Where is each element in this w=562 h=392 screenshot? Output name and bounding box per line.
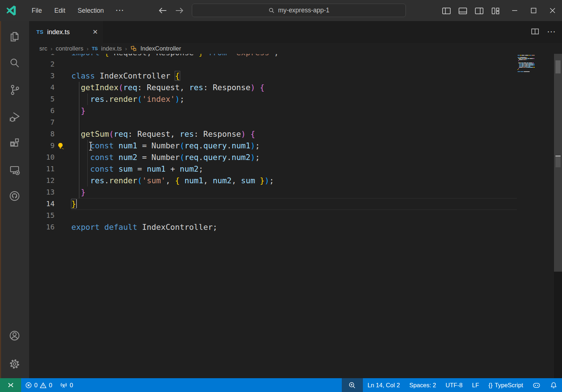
activity-github[interactable]	[0, 183, 29, 209]
activity-source-control[interactable]	[0, 76, 29, 103]
line-content[interactable]: export default IndexController;	[71, 221, 562, 233]
zoom-indicator[interactable]	[342, 378, 363, 392]
encoding[interactable]: UTF-8	[441, 378, 467, 392]
customize-layout-icon[interactable]	[490, 5, 501, 16]
line-number[interactable]: 1	[29, 54, 55, 59]
copilot-status[interactable]	[528, 378, 545, 392]
breadcrumb-src[interactable]: src	[39, 45, 47, 52]
cursor-position[interactable]: Ln 14, Col 2	[363, 378, 405, 392]
line-content[interactable]: res.render('sum', { num1, num2, sum });	[71, 175, 562, 187]
line-content[interactable]: import { Request, Response } from 'expre…	[71, 54, 562, 59]
line-content[interactable]: class IndexController {	[71, 70, 562, 82]
line-number[interactable]: 6	[29, 105, 55, 117]
line-content[interactable]: }	[71, 187, 562, 198]
glyph-margin[interactable]	[55, 105, 71, 117]
language-mode[interactable]: {} TypeScript	[484, 378, 528, 392]
ports-status[interactable]: 0	[56, 378, 77, 392]
line-number[interactable]: 16	[29, 221, 55, 233]
code-line-3[interactable]: 3class IndexController {	[29, 70, 562, 82]
line-number[interactable]: 12	[29, 175, 55, 187]
activity-extensions[interactable]	[0, 129, 29, 156]
menu-file[interactable]: File	[25, 0, 48, 21]
line-content[interactable]: const num2 = Number(req.query.num2);	[71, 152, 562, 163]
glyph-margin[interactable]	[55, 210, 71, 221]
tab-close-icon[interactable]: ✕	[92, 28, 98, 36]
glyph-margin[interactable]	[55, 152, 71, 163]
line-content[interactable]	[71, 210, 562, 221]
code-line-8[interactable]: 8 getSum(req: Request, res: Response) {	[29, 128, 562, 140]
line-number[interactable]: 15	[29, 210, 55, 221]
line-number[interactable]: 14	[29, 198, 55, 210]
glyph-margin[interactable]	[55, 59, 71, 70]
menu-overflow[interactable]: ···	[110, 0, 130, 21]
glyph-margin[interactable]	[55, 187, 71, 198]
code-line-10[interactable]: 10 const num2 = Number(req.query.num2);	[29, 152, 562, 163]
line-content[interactable]: }	[71, 105, 562, 117]
glyph-margin[interactable]	[55, 82, 71, 93]
line-content[interactable]	[71, 59, 562, 70]
glyph-margin[interactable]	[55, 54, 71, 59]
menu-selection[interactable]: Selection	[71, 0, 110, 21]
tab-index-ts[interactable]: TS index.ts ✕	[29, 21, 103, 43]
code-line-5[interactable]: 5 res.render('index');	[29, 93, 562, 105]
line-content[interactable]: const num1 = Number(req.query.num1);	[71, 140, 562, 152]
code-line-11[interactable]: 11 const sum = num1 + num2;	[29, 163, 562, 175]
glyph-margin[interactable]	[55, 70, 71, 82]
code-line-2[interactable]: 2	[29, 59, 562, 70]
code-line-4[interactable]: 4 getIndex(req: Request, res: Response) …	[29, 82, 562, 93]
remote-indicator[interactable]	[0, 378, 21, 392]
line-content[interactable]: const sum = num1 + num2;	[71, 163, 562, 175]
activity-settings-gear[interactable]	[0, 350, 29, 378]
glyph-margin[interactable]	[55, 198, 71, 210]
toggle-panel-icon[interactable]	[457, 5, 468, 16]
code-line-15[interactable]: 15	[29, 210, 562, 221]
line-content[interactable]: getSum(req: Request, res: Response) {	[71, 128, 562, 140]
line-number[interactable]: 2	[29, 59, 55, 70]
command-center-search[interactable]: my-express-app-1	[192, 4, 406, 17]
code-line-14[interactable]: 14}	[29, 198, 562, 210]
activity-run-debug[interactable]	[0, 103, 29, 129]
glyph-margin[interactable]	[55, 221, 71, 233]
more-actions-icon[interactable]: ···	[547, 28, 556, 36]
activity-files-explorer[interactable]	[0, 23, 29, 50]
code-line-1[interactable]: 1import { Request, Response } from 'expr…	[29, 54, 562, 59]
line-number[interactable]: 5	[29, 93, 55, 105]
notifications[interactable]	[545, 378, 562, 392]
line-number[interactable]: 11	[29, 163, 55, 175]
maximize-button[interactable]	[524, 0, 543, 21]
line-content[interactable]	[71, 117, 562, 128]
breadcrumb-file[interactable]: index.ts	[101, 45, 122, 52]
glyph-margin[interactable]	[55, 93, 71, 105]
split-editor-icon[interactable]	[530, 26, 540, 38]
minimap[interactable]	[518, 55, 535, 72]
problems-status[interactable]: 0 0	[21, 378, 56, 392]
indentation[interactable]: Spaces: 2	[405, 378, 441, 392]
line-number[interactable]: 10	[29, 152, 55, 163]
line-number[interactable]: 9	[29, 140, 55, 152]
breadcrumb-symbol[interactable]: IndexController	[140, 45, 181, 52]
glyph-margin[interactable]	[55, 163, 71, 175]
back-arrow-icon[interactable]	[157, 5, 168, 16]
code-editor[interactable]: 1import { Request, Response } from 'expr…	[29, 54, 562, 378]
vertical-scrollbar[interactable]	[554, 54, 562, 272]
code-line-9[interactable]: 9 const num1 = Number(req.query.num1);	[29, 140, 562, 152]
scrollbar-thumb[interactable]	[555, 60, 561, 73]
line-number[interactable]: 4	[29, 82, 55, 93]
close-button[interactable]	[543, 0, 562, 21]
lightbulb-icon[interactable]	[56, 142, 65, 151]
line-content[interactable]: res.render('index');	[71, 93, 562, 105]
line-number[interactable]: 8	[29, 128, 55, 140]
line-number[interactable]: 3	[29, 70, 55, 82]
forward-arrow-icon[interactable]	[174, 5, 185, 16]
code-line-7[interactable]: 7	[29, 117, 562, 128]
activity-search[interactable]	[0, 50, 29, 76]
breadcrumb-controllers[interactable]: controllers	[56, 45, 83, 52]
minimize-button[interactable]	[505, 0, 524, 21]
toggle-sidebar-left-icon[interactable]	[441, 5, 452, 16]
eol-sequence[interactable]: LF	[467, 378, 484, 392]
line-number[interactable]: 13	[29, 187, 55, 198]
glyph-margin[interactable]	[55, 140, 71, 152]
code-line-16[interactable]: 16export default IndexController;	[29, 221, 562, 233]
glyph-margin[interactable]	[55, 128, 71, 140]
glyph-margin[interactable]	[55, 117, 71, 128]
